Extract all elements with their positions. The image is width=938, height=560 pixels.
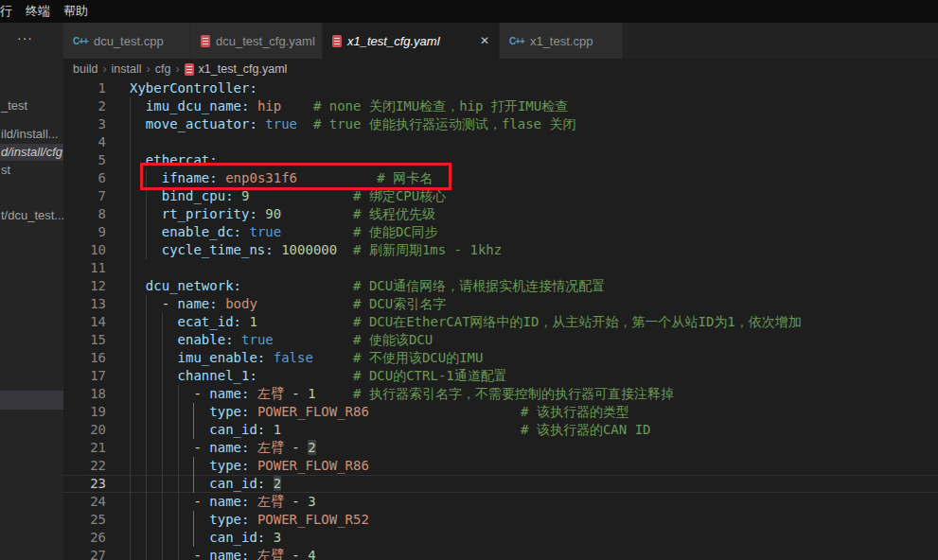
line-number[interactable]: 27 — [63, 547, 130, 560]
code-content[interactable] — [130, 259, 938, 277]
code-content[interactable]: type: POWER_FLOW_R86 — [130, 457, 938, 475]
code-line[interactable]: 24 - name: 左臂 - 3 — [63, 493, 938, 511]
code-line[interactable]: 2 imu_dcu_name: hip# none 关闭IMU检查，hip 打开… — [63, 97, 938, 115]
line-number[interactable]: 1 — [63, 79, 130, 97]
code-line[interactable]: 7 bind_cpu: 9# 绑定CPU核心 — [63, 187, 938, 205]
line-number[interactable]: 22 — [63, 457, 130, 475]
line-number[interactable]: 25 — [63, 511, 130, 529]
code-line[interactable]: 5 ethercat: — [63, 151, 938, 169]
code-content[interactable]: can_id: 1# 该执行器的CAN ID — [130, 421, 938, 439]
code-content[interactable]: enable_dc: true# 使能DC同步 — [130, 223, 938, 241]
menu-item[interactable]: 行 — [0, 3, 19, 20]
code-content[interactable]: can_id: 3 — [130, 529, 938, 547]
code-content[interactable] — [130, 133, 938, 151]
code-line[interactable]: 9 enable_dc: true# 使能DC同步 — [63, 223, 938, 241]
code-line[interactable]: 1XyberController: — [63, 79, 938, 97]
close-icon[interactable]: ✕ — [480, 34, 489, 47]
line-number[interactable]: 11 — [63, 259, 130, 277]
line-number[interactable]: 16 — [63, 349, 130, 367]
line-number[interactable]: 12 — [63, 277, 130, 295]
line-number[interactable]: 7 — [63, 187, 130, 205]
code-line[interactable]: 23 can_id: 2 — [63, 475, 938, 493]
code-line[interactable]: 10 cycle_time_ns: 1000000# 刷新周期1ms - 1kh… — [63, 241, 938, 259]
line-number[interactable]: 10 — [63, 241, 130, 259]
code-content[interactable]: type: POWER_FLOW_R86# 该执行器的类型 — [130, 403, 938, 421]
tab-x1_test.cpp[interactable]: C++x1_test.cpp — [500, 23, 623, 59]
sidebar-item[interactable]: t/dcu_test... — [0, 206, 63, 225]
code-content[interactable]: - name: body# DCU索引名字 — [130, 295, 938, 313]
code-content[interactable]: move_actuator: true# true 使能执行器运动测试，flas… — [130, 115, 938, 133]
code-content[interactable]: imu_enable: false# 不使用该DCU的IMU — [130, 349, 938, 367]
code-content[interactable]: XyberController: — [130, 79, 938, 97]
code-line[interactable]: 4 — [63, 133, 938, 151]
code-content[interactable]: type: POWER_FLOW_R52 — [130, 511, 938, 529]
code-content[interactable]: - name: 左臂 - 1# 执行器索引名字，不需要控制的执行器可直接注释掉 — [130, 385, 938, 403]
line-number[interactable]: 19 — [63, 403, 130, 421]
code-line[interactable]: 22 type: POWER_FLOW_R86 — [63, 457, 938, 475]
breadcrumb-file[interactable]: x1_test_cfg.yaml — [199, 62, 288, 76]
code-line[interactable]: 26 can_id: 3 — [63, 529, 938, 547]
code-content[interactable]: bind_cpu: 9# 绑定CPU核心 — [130, 187, 938, 205]
line-number[interactable]: 21 — [63, 439, 130, 457]
code-line[interactable]: 12 dcu_network:# DCU通信网络，请根据实机连接情况配置 — [63, 277, 938, 295]
breadcrumb-item[interactable]: cfg — [155, 62, 171, 76]
line-number[interactable]: 15 — [63, 331, 130, 349]
line-number[interactable]: 18 — [63, 385, 130, 403]
code-line[interactable]: 17 channel_1:# DCU的CTRL-1通道配置 — [63, 367, 938, 385]
code-content[interactable]: imu_dcu_name: hip# none 关闭IMU检查，hip 打开IM… — [130, 97, 938, 115]
menu-item[interactable]: 帮助 — [57, 3, 95, 20]
sidebar-item[interactable]: ild/install... — [0, 125, 63, 144]
tab-dcu_test_cfg.yaml[interactable]: dcu_test_cfg.yaml — [191, 23, 323, 59]
line-number[interactable]: 3 — [63, 115, 130, 133]
code-content[interactable]: - name: 左臂 - 2 — [130, 439, 938, 457]
code-content[interactable]: enable: true# 使能该DCU — [130, 331, 938, 349]
line-number[interactable]: 2 — [63, 97, 130, 115]
code-line[interactable]: 14 ecat_id: 1# DCU在EtherCAT网络中的ID，从主站开始，… — [63, 313, 938, 331]
sidebar-item[interactable]: st — [0, 161, 63, 180]
line-number[interactable]: 17 — [63, 367, 130, 385]
menu-item[interactable]: 终端 — [19, 3, 57, 20]
sidebar-item[interactable]: _test — [0, 96, 63, 115]
line-number[interactable]: 4 — [63, 133, 130, 151]
code-editor[interactable]: 1XyberController:2 imu_dcu_name: hip# no… — [63, 79, 938, 560]
tab-dcu_test.cpp[interactable]: C++dcu_test.cpp — [63, 23, 191, 59]
code-content[interactable]: ecat_id: 1# DCU在EtherCAT网络中的ID，从主站开始，第一个… — [130, 313, 938, 331]
code-content[interactable]: ethercat: — [130, 151, 938, 169]
code-content[interactable]: channel_1:# DCU的CTRL-1通道配置 — [130, 367, 938, 385]
code-content[interactable]: can_id: 2 — [130, 475, 938, 493]
code-line[interactable]: 18 - name: 左臂 - 1# 执行器索引名字，不需要控制的执行器可直接注… — [63, 385, 938, 403]
breadcrumb-item[interactable]: build — [73, 62, 97, 76]
sidebar-item[interactable]: d/install/cfg — [0, 144, 63, 161]
code-line[interactable]: 19 type: POWER_FLOW_R86# 该执行器的类型 — [63, 403, 938, 421]
code-line[interactable]: 21 - name: 左臂 - 2 — [63, 439, 938, 457]
line-number[interactable]: 13 — [63, 295, 130, 313]
line-number[interactable]: 24 — [63, 493, 130, 511]
code-content[interactable]: - name: 左臂 - 3 — [130, 493, 938, 511]
line-number[interactable]: 5 — [63, 151, 130, 169]
line-number[interactable]: 8 — [63, 205, 130, 223]
code-line[interactable]: 11 — [63, 259, 938, 277]
code-content[interactable]: rt_priority: 90# 线程优先级 — [130, 205, 938, 223]
code-line[interactable]: 20 can_id: 1# 该执行器的CAN ID — [63, 421, 938, 439]
breadcrumb-item[interactable]: install — [112, 62, 142, 76]
line-number[interactable]: 9 — [63, 223, 130, 241]
code-line[interactable]: 15 enable: true# 使能该DCU — [63, 331, 938, 349]
code-content[interactable]: - name: 左臂 - 4 — [130, 547, 938, 560]
code-line[interactable]: 3 move_actuator: true# true 使能执行器运动测试，fl… — [63, 115, 938, 133]
tab-x1_test_cfg.yaml[interactable]: x1_test_cfg.yaml✕ — [323, 23, 500, 59]
code-line[interactable]: 16 imu_enable: false# 不使用该DCU的IMU — [63, 349, 938, 367]
code-line[interactable]: 25 type: POWER_FLOW_R52 — [63, 511, 938, 529]
code-line[interactable]: 27 - name: 左臂 - 4 — [63, 547, 938, 560]
code-content[interactable]: cycle_time_ns: 1000000# 刷新周期1ms - 1khz — [130, 241, 938, 259]
line-number[interactable]: 23 — [63, 475, 130, 493]
code-content[interactable]: dcu_network:# DCU通信网络，请根据实机连接情况配置 — [130, 277, 938, 295]
code-line[interactable]: 6 ifname: enp0s31f6# 网卡名 — [63, 169, 938, 187]
line-number[interactable]: 20 — [63, 421, 130, 439]
code-content[interactable]: ifname: enp0s31f6# 网卡名 — [130, 169, 938, 187]
code-line[interactable]: 8 rt_priority: 90# 线程优先级 — [63, 205, 938, 223]
code-line[interactable]: 13 - name: body# DCU索引名字 — [63, 295, 938, 313]
line-number[interactable]: 26 — [63, 529, 130, 547]
more-actions-icon[interactable]: ··· — [0, 30, 50, 45]
line-number[interactable]: 14 — [63, 313, 130, 331]
line-number[interactable]: 6 — [63, 169, 130, 187]
